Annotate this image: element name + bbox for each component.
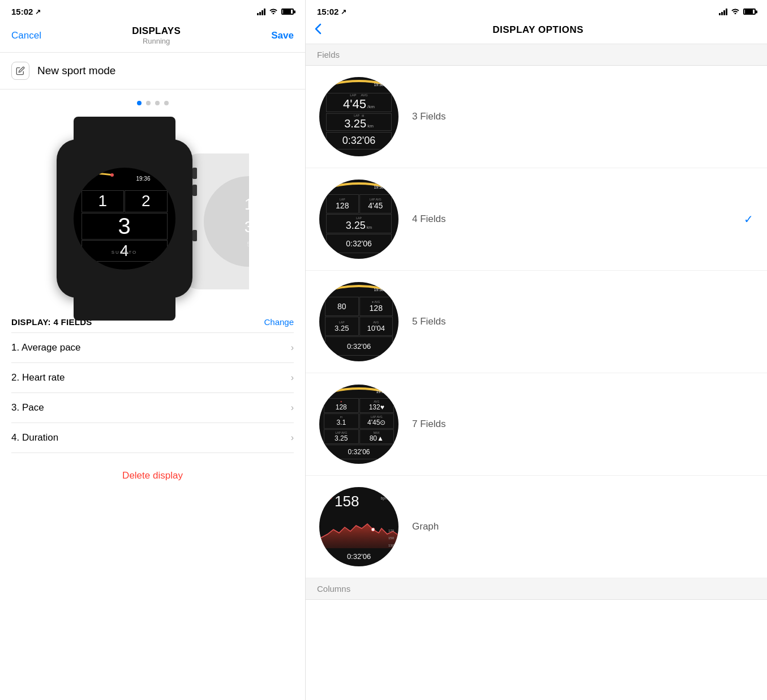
main-watch: 19:36 1 2 3 <box>57 139 192 298</box>
watch-4fields: 19:36 LAP 128 LAP AVG 4'45 <box>319 180 399 259</box>
display-section: DISPLAY: 4 FIELDS Change 1. Average pace… <box>0 309 305 453</box>
option-3fields-label-area: 3 Fields <box>412 111 753 122</box>
columns-section-header: Columns <box>306 578 767 600</box>
watch-7fields: 19:36 ♥ 128 AVG 132♥ <box>319 385 399 464</box>
fields-section-header: Fields <box>306 44 767 66</box>
right-time-text: 15:02 <box>317 7 338 16</box>
nav-title-section: DISPLAYS Running <box>132 25 181 45</box>
right-status-bar: 15:02 ↗ <box>306 0 767 21</box>
dot-3[interactable] <box>155 101 160 105</box>
options-list: Fields 19:36 LAPAVG <box>306 44 767 700</box>
right-nav-bar: DISPLAY OPTIONS <box>306 21 767 44</box>
field-item-2[interactable]: 2. Heart rate › <box>11 363 294 393</box>
right-status-icons <box>719 7 756 16</box>
nav-title: DISPLAYS <box>132 25 181 37</box>
watch-display-wrapper: 19:36 1 2 3 <box>0 117 305 298</box>
dot-1[interactable] <box>137 101 142 105</box>
field-name-3: 3. Pace <box>11 402 44 413</box>
mini-watch-7fields: 19:36 ♥ 128 AVG 132♥ <box>319 385 399 464</box>
sport-mode-row[interactable]: New sport mode <box>0 53 305 89</box>
graph-bpm-unit: bpm <box>380 496 388 500</box>
sport-mode-label: New sport mode <box>37 65 115 77</box>
field-name-4: 4. Duration <box>11 432 58 443</box>
watch-screen: 19:36 1 2 3 <box>74 168 175 270</box>
carousel-dots <box>137 101 169 105</box>
mini-watch-3fields: 19:36 LAPAVG 4'45 /km <box>319 77 399 156</box>
watch-button-mid <box>192 185 197 196</box>
watch-fields: 1 2 3 4 <box>74 188 175 270</box>
field-3f-bot: 0:32'06 <box>326 132 392 150</box>
watch-button-top <box>192 168 197 179</box>
right-nav-icon: ↗ <box>341 8 346 16</box>
left-nav-icon: ↗ <box>35 8 41 16</box>
chevron-icon-2: › <box>291 373 294 383</box>
wifi-icon <box>269 7 278 16</box>
mini-watch-4fields: 19:36 LAP 128 LAP AVG 4'45 <box>319 180 399 259</box>
graph-duration: 0:32'06 <box>347 552 371 561</box>
checkmark-icon: ✓ <box>744 212 753 226</box>
watch-time-small: 19:36 <box>136 176 150 182</box>
field-name-1: 1. Average pace <box>11 342 81 353</box>
dot-2[interactable] <box>146 101 151 105</box>
right-wifi-icon <box>731 7 740 16</box>
watch-5fields: 19:36 80 ♥ AVG 128 LAP <box>319 282 399 361</box>
graph-svg <box>319 517 399 548</box>
option-7fields-label-area: 7 Fields <box>412 419 753 430</box>
watch-button-bot <box>192 230 197 241</box>
option-graph-label: Graph <box>412 521 439 532</box>
option-4fields[interactable]: 19:36 LAP 128 LAP AVG 4'45 <box>306 168 767 271</box>
field-name-2: 2. Heart rate <box>11 372 65 383</box>
right-time: 15:02 ↗ <box>317 7 346 16</box>
option-7fields-label: 7 Fields <box>412 419 446 430</box>
option-5fields[interactable]: 19:36 80 ♥ AVG 128 LAP <box>306 271 767 373</box>
option-graph[interactable]: ♥ 158 bpm <box>306 476 767 578</box>
option-5fields-label: 5 Fields <box>412 316 446 327</box>
columns-label: Columns <box>317 584 350 594</box>
cancel-button[interactable]: Cancel <box>11 30 41 41</box>
left-nav-bar: Cancel DISPLAYS Running Save <box>0 21 305 53</box>
battery-icon <box>281 8 294 15</box>
change-button[interactable]: Change <box>264 317 294 327</box>
mini-watch-graph: ♥ 158 bpm <box>319 487 399 566</box>
svg-point-0 <box>110 173 114 177</box>
field-item-3[interactable]: 3. Pace › <box>11 393 294 423</box>
option-3fields[interactable]: 19:36 LAPAVG 4'45 /km <box>306 66 767 168</box>
left-time-text: 15:02 <box>11 7 33 16</box>
field-item-1[interactable]: 1. Average pace › <box>11 333 294 363</box>
left-panel: 15:02 ↗ Cancel DISPLAYS Running Save <box>0 0 306 700</box>
delete-section: Delete display <box>0 453 305 498</box>
right-nav-title: DISPLAY OPTIONS <box>331 24 758 36</box>
option-7fields[interactable]: 19:36 ♥ 128 AVG 132♥ <box>306 373 767 476</box>
watch-field-3: 3 <box>82 213 168 240</box>
field-item-4[interactable]: 4. Duration › <box>11 423 294 453</box>
ghost-watch-screen: 1 3 5 <box>204 176 249 267</box>
right-battery-icon <box>743 8 756 15</box>
svg-marker-1 <box>319 524 399 548</box>
nav-subtitle: Running <box>132 37 181 45</box>
graph-bpm: 158 <box>335 493 359 510</box>
right-panel: 15:02 ↗ DISPLAY OPTIONS Fields <box>306 0 767 700</box>
back-button[interactable] <box>315 23 322 37</box>
dot-4[interactable] <box>164 101 169 105</box>
delete-button[interactable]: Delete display <box>122 470 183 481</box>
yellow-arc <box>74 170 125 177</box>
watch-field-1: 1 <box>82 190 125 212</box>
left-time: 15:02 ↗ <box>11 7 41 16</box>
fields-label: Fields <box>317 50 340 59</box>
option-4fields-label: 4 Fields <box>412 214 446 225</box>
mini-watch-5fields: 19:36 80 ♥ AVG 128 LAP <box>319 282 399 361</box>
chevron-icon-4: › <box>291 433 294 443</box>
suunto-text: SUUNTO <box>112 250 138 255</box>
field-list: 1. Average pace › 2. Heart rate › 3. Pac… <box>11 333 294 453</box>
watch-graph: ♥ 158 bpm <box>319 487 399 566</box>
watch-3fields: 19:36 LAPAVG 4'45 /km <box>319 77 399 156</box>
left-status-icons <box>257 7 294 16</box>
watch-carousel: 19:36 1 2 3 <box>0 89 305 304</box>
signal-bars-icon <box>257 8 265 15</box>
save-button[interactable]: Save <box>271 30 294 41</box>
option-3fields-label: 3 Fields <box>412 111 446 122</box>
option-5fields-label-area: 5 Fields <box>412 316 753 327</box>
svg-point-2 <box>371 528 375 531</box>
field-3f-mid: LAP⊞ 3.25 km <box>326 113 392 131</box>
chevron-icon-1: › <box>291 343 294 353</box>
